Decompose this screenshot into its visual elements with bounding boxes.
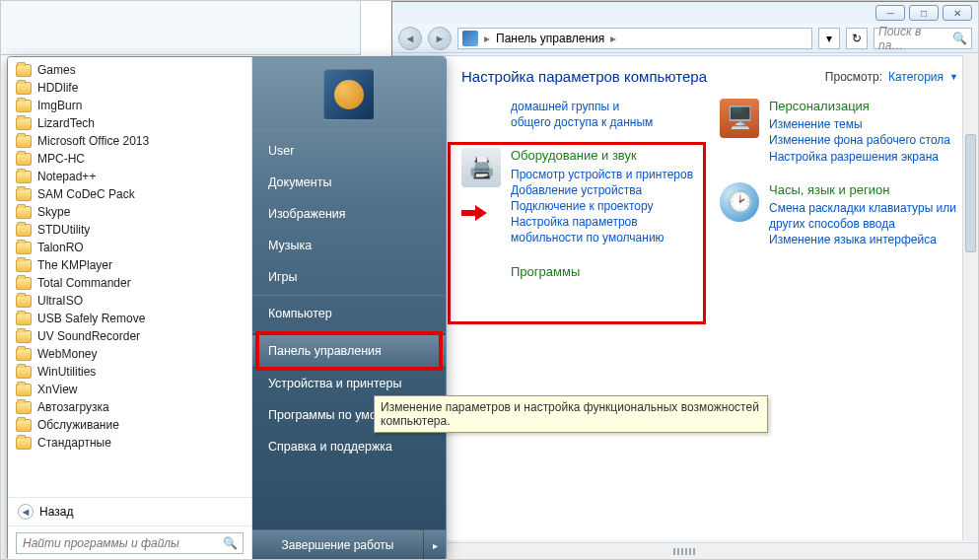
start-menu-right-pane: User Документы Изображения Музыка Игры К… xyxy=(252,57,446,560)
search-placeholder: Поиск в па… xyxy=(878,25,948,52)
folder-icon xyxy=(16,419,32,432)
program-folder-label: USB Safely Remove xyxy=(37,312,145,325)
category-title[interactable]: Программы xyxy=(511,264,580,280)
program-folder-item[interactable]: HDDlife xyxy=(10,79,249,97)
control-panel-window: ─ □ ✕ ◄ ► ▸ Панель управления ▸ ▾ ↻ Поис… xyxy=(391,1,979,560)
user-avatar[interactable] xyxy=(323,69,375,120)
start-menu: GamesHDDlifeImgBurnLizardTechMicrosoft O… xyxy=(7,56,447,560)
program-folder-item[interactable]: WebMoney xyxy=(10,345,249,363)
program-folder-item[interactable]: XnView xyxy=(10,381,249,398)
category-link[interactable]: Настройка разрешения экрана xyxy=(769,149,950,165)
back-button[interactable]: ◄ Назад xyxy=(8,497,251,525)
folder-icon xyxy=(16,259,32,272)
category-fragment-network: домашней группы и общего доступа к данны… xyxy=(461,99,700,130)
program-folder-label: UltraISO xyxy=(37,294,83,308)
category-link[interactable]: общего доступа к данным xyxy=(511,114,653,130)
program-folder-item[interactable]: UltraISO xyxy=(10,292,249,310)
program-folder-label: UV SoundRecorder xyxy=(37,329,140,343)
window-close-button[interactable]: ✕ xyxy=(943,5,972,21)
window-minimize-button[interactable]: ─ xyxy=(875,5,905,21)
program-folder-label: MPC-HC xyxy=(37,152,85,166)
address-dropdown-button[interactable]: ▾ xyxy=(818,28,840,49)
scrollbar-thumb[interactable] xyxy=(965,134,976,252)
folder-icon xyxy=(16,135,32,148)
start-link-help[interactable]: Справка и поддержка xyxy=(252,431,446,462)
category-link[interactable]: Смена раскладки клавиатуры или других сп… xyxy=(769,200,958,232)
folder-icon xyxy=(16,366,32,379)
category-personalization: 🖥️ Персонализация Изменение темы Изменен… xyxy=(720,99,958,165)
folder-icon xyxy=(16,295,32,308)
category-link[interactable]: Изменение языка интерфейса xyxy=(769,232,958,247)
window-titlebar: ─ □ ✕ xyxy=(392,2,978,24)
folder-icon xyxy=(16,277,32,290)
scrollbar-grip-icon xyxy=(673,548,697,555)
program-folder-label: Notepad++ xyxy=(37,170,96,183)
program-folder-item[interactable]: Games xyxy=(10,61,249,79)
search-input[interactable] xyxy=(16,532,244,554)
category-link[interactable]: Настройка параметров мобильности по умол… xyxy=(511,214,700,245)
address-bar[interactable]: ▸ Панель управления ▸ xyxy=(457,28,812,49)
back-arrow-icon: ◄ xyxy=(18,504,34,520)
program-folder-item[interactable]: Обслуживание xyxy=(10,416,249,434)
nav-back-button[interactable]: ◄ xyxy=(398,27,422,50)
program-folder-item[interactable]: STDUtility xyxy=(10,221,249,239)
breadcrumb-root[interactable]: Панель управления xyxy=(496,32,604,45)
folder-icon xyxy=(16,206,32,219)
start-link-games[interactable]: Игры xyxy=(252,261,446,293)
horizontal-scrollbar[interactable] xyxy=(392,542,978,560)
category-title[interactable]: Персонализация xyxy=(769,99,950,114)
category-link[interactable]: Подключение к проектору xyxy=(511,198,700,214)
program-folder-item[interactable]: MPC-HC xyxy=(10,150,249,168)
category-link[interactable]: Изменение темы xyxy=(769,116,950,132)
start-link-pictures[interactable]: Изображения xyxy=(252,198,446,230)
program-folder-item[interactable]: USB Safely Remove xyxy=(10,310,249,327)
program-list[interactable]: GamesHDDlifeImgBurnLizardTechMicrosoft O… xyxy=(8,57,251,497)
control-panel-icon xyxy=(462,31,478,46)
program-folder-item[interactable]: Microsoft Office 2013 xyxy=(10,132,249,150)
window-maximize-button[interactable]: □ xyxy=(909,5,939,21)
refresh-button[interactable]: ↻ xyxy=(846,28,868,49)
program-folder-item[interactable]: Total Commander xyxy=(10,274,249,292)
category-link[interactable]: Просмотр устройств и принтеров xyxy=(511,167,700,182)
program-folder-label: Total Commander xyxy=(37,276,131,290)
category-column-left: домашней группы и общего доступа к данны… xyxy=(461,99,700,282)
program-folder-item[interactable]: ImgBurn xyxy=(10,97,249,114)
program-folder-item[interactable]: UV SoundRecorder xyxy=(10,327,249,345)
shutdown-options-button[interactable]: ▸ xyxy=(424,530,446,560)
vertical-scrollbar[interactable] xyxy=(962,55,978,540)
start-link-control-panel[interactable]: Панель управления xyxy=(252,334,446,368)
shutdown-area: Завершение работы ▸ xyxy=(252,529,446,560)
program-folder-item[interactable]: LizardTech xyxy=(10,114,249,132)
program-folder-item[interactable]: Notepad++ xyxy=(10,168,249,185)
shutdown-button[interactable]: Завершение работы xyxy=(252,530,424,560)
search-input[interactable]: Поиск в па… 🔍 xyxy=(874,28,972,49)
program-folder-label: Skype xyxy=(37,205,70,219)
program-folder-item[interactable]: Автозагрузка xyxy=(10,398,249,416)
start-link-computer[interactable]: Компьютер xyxy=(252,298,446,329)
program-folder-item[interactable]: SAM CoDeC Pack xyxy=(10,185,249,203)
program-folder-item[interactable]: The KMPlayer xyxy=(10,256,249,274)
category-title[interactable]: Оборудование и звук xyxy=(511,148,700,164)
category-link[interactable]: Изменение фона рабочего стола xyxy=(769,132,950,148)
start-search: 🔍 xyxy=(8,525,251,560)
program-folder-item[interactable]: TalonRO xyxy=(10,239,249,256)
start-link-user[interactable]: User xyxy=(252,135,446,167)
folder-icon xyxy=(16,153,32,166)
start-link-documents[interactable]: Документы xyxy=(252,167,446,198)
start-link-music[interactable]: Музыка xyxy=(252,230,446,261)
category-link[interactable]: Добавление устройства xyxy=(511,182,700,198)
program-folder-item[interactable]: Стандартные xyxy=(10,434,249,452)
program-folder-item[interactable]: WinUtilities xyxy=(10,363,249,381)
program-folder-label: STDUtility xyxy=(37,223,90,237)
folder-icon xyxy=(16,242,32,254)
tooltip: Изменение параметров и настройка функцио… xyxy=(374,395,768,433)
program-folder-item[interactable]: Skype xyxy=(10,203,249,221)
category-title[interactable]: Часы, язык и регион xyxy=(769,182,958,198)
category-link[interactable]: домашней группы и xyxy=(511,99,653,114)
program-folder-label: SAM CoDeC Pack xyxy=(37,187,135,201)
view-dropdown[interactable]: Категория xyxy=(888,70,944,84)
nav-forward-button[interactable]: ► xyxy=(428,27,452,50)
view-label: Просмотр: xyxy=(825,70,882,84)
breadcrumb-sep: ▸ xyxy=(610,32,616,45)
chevron-down-icon: ▼ xyxy=(949,72,958,82)
